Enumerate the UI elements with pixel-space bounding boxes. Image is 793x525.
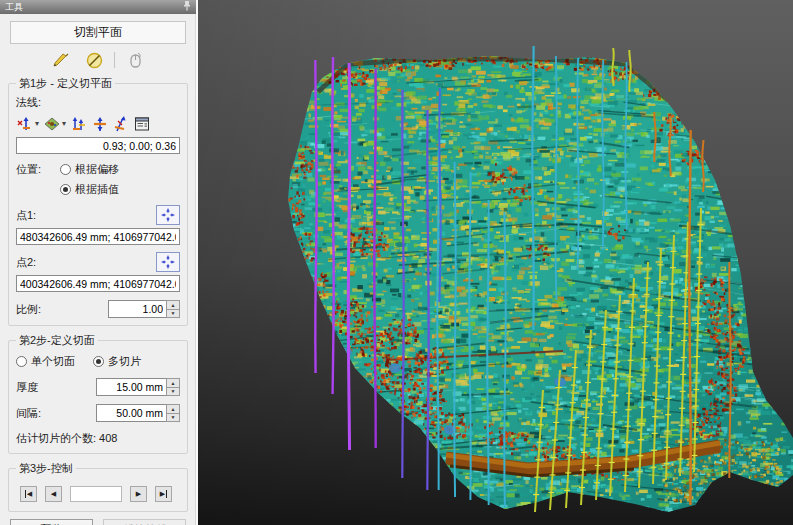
interval-spinner: ▲ ▼: [96, 404, 180, 422]
scale-input[interactable]: [108, 300, 166, 318]
slice-index-input[interactable]: [70, 486, 122, 502]
slice-navigation: ◀ ◀ ▶ ▶: [16, 484, 180, 506]
step1-group: 第1步 - 定义切平面 法线: ▾ ▾: [8, 76, 188, 326]
previous-slice-icon: ◀: [51, 490, 56, 498]
radio-by-interpolation[interactable]: 根据插值: [60, 182, 119, 197]
next-slice-button[interactable]: ▶: [130, 486, 147, 502]
point2-value-input[interactable]: [16, 275, 180, 292]
next-slice-icon: ▶: [136, 490, 141, 498]
interval-spin-down-icon[interactable]: ▼: [167, 413, 179, 422]
normal-value-input[interactable]: [16, 137, 180, 154]
normal-label: 法线:: [16, 95, 180, 110]
panel-body: 切割平面 第1步 - 定义切平面 法线:: [0, 14, 196, 525]
thickness-spin-down-icon[interactable]: ▼: [167, 387, 179, 396]
mouse-pick-icon[interactable]: [122, 50, 148, 70]
point1-label: 点1:: [16, 208, 36, 223]
radio-by-interpolation-label: 根据插值: [75, 182, 119, 197]
radio-by-offset-label: 根据偏移: [75, 162, 119, 177]
radio-multi-slice-icon: [93, 356, 104, 367]
interval-label: 间隔:: [16, 406, 41, 421]
first-slice-button[interactable]: ◀: [20, 486, 37, 502]
pointcloud-canvas[interactable]: [198, 0, 793, 525]
last-slice-button[interactable]: ▶: [155, 486, 172, 502]
normal-rotate-icon[interactable]: [112, 115, 130, 132]
first-slice-icon: ◀: [25, 490, 32, 498]
radio-multi-slice[interactable]: 多切片: [93, 354, 141, 369]
interval-input[interactable]: [96, 404, 166, 422]
toolbar-divider: [114, 52, 115, 68]
last-slice-icon: ▶: [160, 490, 167, 498]
preview-button[interactable]: 预览: [10, 519, 93, 525]
step2-group: 第2步-定义切面 单个切面 多切片 厚度: [8, 333, 188, 454]
radio-by-offset-icon: [60, 164, 71, 175]
dialog-buttons: 预览 二维快捷线... 创建 关闭 帮助: [6, 519, 190, 525]
scale-spin-up-icon[interactable]: ▲: [167, 301, 179, 309]
normal-plane-icon[interactable]: [43, 115, 61, 132]
position-radio-group: 根据偏移 根据插值: [60, 162, 119, 197]
scale-spinner: ▲ ▼: [108, 300, 180, 318]
tool-panel: 工具 切割平面 第1步 - 定义切平: [0, 0, 198, 525]
step3-legend: 第3步-控制: [16, 461, 76, 476]
scale-spin-down-icon[interactable]: ▼: [167, 309, 179, 318]
radio-multi-slice-label: 多切片: [108, 354, 141, 369]
radio-single-section-icon: [16, 356, 27, 367]
tool-action-icons: [6, 50, 190, 70]
radio-single-section-label: 单个切面: [31, 354, 75, 369]
radio-single-section[interactable]: 单个切面: [16, 354, 75, 369]
pin-icon[interactable]: [183, 1, 191, 13]
slice-count-estimate: 估计切片的个数: 408: [16, 431, 117, 446]
point2-label: 点2:: [16, 255, 36, 270]
point2-pick-button[interactable]: [156, 252, 180, 272]
step2-legend: 第2步-定义切面: [16, 333, 98, 348]
edit-plane-icon[interactable]: [48, 50, 74, 70]
viewport-3d: [198, 0, 793, 525]
normal-plane-dropdown-icon[interactable]: ▾: [62, 119, 66, 128]
step3-group: 第3步-控制 ◀ ◀ ▶ ▶: [8, 461, 188, 512]
normal-axis-dropdown-icon[interactable]: ▾: [35, 119, 39, 128]
scale-label: 比例:: [16, 302, 41, 317]
thickness-spinner: ▲ ▼: [96, 378, 180, 396]
point1-pick-button[interactable]: [156, 205, 180, 225]
radio-by-offset[interactable]: 根据偏移: [60, 162, 119, 177]
thickness-input[interactable]: [96, 378, 166, 396]
normal-two-points-icon[interactable]: [70, 115, 88, 132]
disable-plane-icon[interactable]: [81, 50, 107, 70]
previous-slice-button[interactable]: ◀: [45, 486, 62, 502]
radio-by-interpolation-icon: [60, 184, 71, 195]
normal-toolbar: ▾ ▾: [16, 115, 180, 132]
thickness-label: 厚度: [16, 380, 38, 395]
tool-header: 切割平面: [10, 21, 186, 44]
quickline-button[interactable]: 二维快捷线...: [103, 519, 186, 525]
normal-axis-icon[interactable]: [16, 115, 34, 132]
application-window: 工具 切割平面 第1步 - 定义切平: [0, 0, 793, 525]
thickness-spin-up-icon[interactable]: ▲: [167, 379, 179, 387]
point1-value-input[interactable]: [16, 228, 180, 245]
panel-title: 工具: [5, 1, 23, 14]
step1-legend: 第1步 - 定义切平面: [16, 76, 115, 91]
normal-dialog-icon[interactable]: [133, 115, 151, 132]
normal-vertical-icon[interactable]: [91, 115, 109, 132]
position-label: 位置:: [16, 162, 60, 177]
interval-spin-up-icon[interactable]: ▲: [167, 405, 179, 413]
panel-titlebar[interactable]: 工具: [0, 0, 196, 14]
